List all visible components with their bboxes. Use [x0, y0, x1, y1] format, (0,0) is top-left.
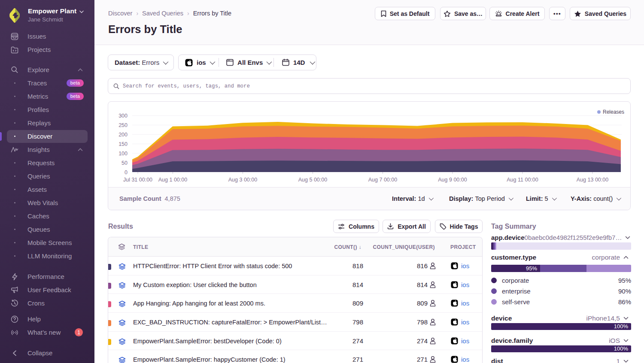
svg-text:Aug 9 00:00: Aug 9 00:00 — [438, 177, 467, 183]
svg-text:100: 100 — [118, 151, 128, 157]
svg-text:Aug 3 00:00: Aug 3 00:00 — [228, 177, 257, 183]
svg-text:Aug 7 00:00: Aug 7 00:00 — [368, 177, 397, 183]
svg-text:300: 300 — [118, 113, 128, 119]
svg-text:Aug 1 00:00: Aug 1 00:00 — [158, 177, 187, 183]
svg-text:150: 150 — [118, 141, 128, 147]
svg-text:250: 250 — [118, 122, 128, 128]
svg-text:0: 0 — [125, 169, 128, 175]
svg-text:200: 200 — [118, 132, 128, 138]
svg-text:Aug 13 00:00: Aug 13 00:00 — [577, 177, 608, 183]
svg-text:50: 50 — [122, 160, 128, 166]
svg-text:Jul 31 00:00: Jul 31 00:00 — [123, 177, 152, 183]
svg-text:Aug 5 00:00: Aug 5 00:00 — [298, 177, 327, 183]
svg-text:Aug 11 00:00: Aug 11 00:00 — [507, 177, 538, 183]
